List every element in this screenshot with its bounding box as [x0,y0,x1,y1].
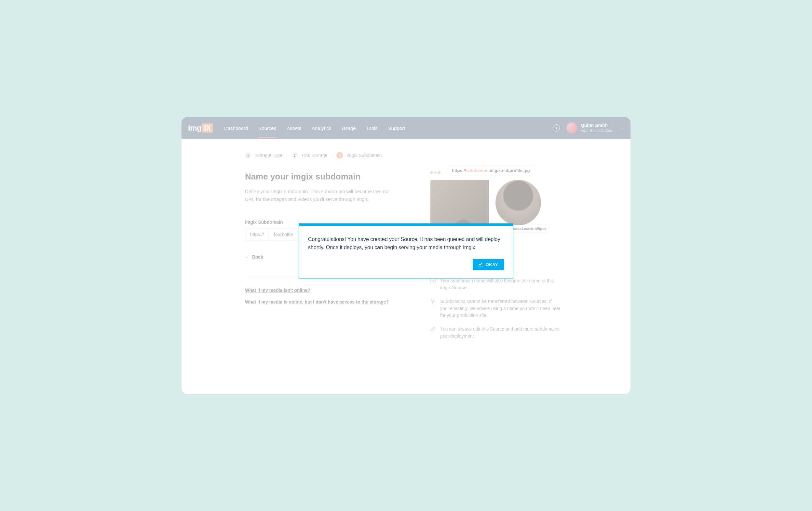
url-suffix: .imgix.net/profile.jpg [489,168,530,173]
nav-dashboard[interactable]: Dashboard [224,126,248,131]
input-prefix: https:// [245,228,269,241]
success-modal: Congratulations! You have created your S… [299,223,513,278]
back-label: Back [252,254,263,260]
logo-text-img: img [188,124,201,133]
nav-right: Quinn Smith Four Bottle Coffee... ⌄ [553,123,624,134]
step-1-label[interactable]: Storage Type [255,153,282,158]
page-desc: Define your imgix subdomain. This subdom… [245,188,398,203]
step-2-num: 2 [291,152,298,159]
breadcrumb: 1 Storage Type › 2 Link Storage › 3 imgi… [245,152,408,159]
avatar [567,123,577,134]
page-title: Name your imgix subdomain [245,172,408,182]
faq-link-2[interactable]: What if my media is online, but I don't … [245,299,408,304]
url-pill: https://subdomain.imgix.net/profile.jpg [446,165,535,176]
tip-1: IX Your subdomain name will also become … [430,277,560,292]
chevron-right-icon: › [331,153,332,157]
nav-support[interactable]: Support [388,126,405,131]
image-cropped-wrap: fit=facearea&mask=ellipse [495,180,541,225]
step-3-num: 3 [337,152,343,159]
app-frame: img IX Dashboard Sources Assets Analytic… [181,117,631,394]
chevron-down-icon: ⌄ [621,126,624,130]
window-dots [430,171,440,173]
tip-2: Subdomains cannot be transferred between… [430,298,560,319]
top-nav: img IX Dashboard Sources Assets Analytic… [181,117,631,139]
check-icon [478,263,483,266]
user-name: Quinn Smith [581,123,615,128]
step-1-num: 1 [245,152,252,159]
faq-link-1[interactable]: What if my media isn't online? [245,288,408,293]
okay-button[interactable]: OKAY [473,259,504,270]
svg-text:IX: IX [432,279,435,283]
bolt-icon[interactable] [553,125,560,132]
pencil-icon [430,326,436,331]
nav-sources[interactable]: Sources [258,126,276,131]
user-menu[interactable]: Quinn Smith Four Bottle Coffee... ⌄ [567,123,624,134]
chevron-right-icon: › [286,153,288,157]
back-button[interactable]: ← Back [245,254,263,260]
tip-1-text: Your subdomain name will also become the… [440,277,560,292]
logo-badge-ix: IX [202,124,213,133]
step-3-label: imgix Subdomain [347,153,382,158]
modal-message: Congratulations! You have created your S… [299,226,513,259]
modal-footer: OKAY [299,259,513,278]
nav-tools[interactable]: Tools [366,126,378,131]
tip-2-text: Subdomains cannot be transferred between… [440,298,560,319]
step-2-label[interactable]: Link Storage [302,153,327,158]
nav-usage[interactable]: Usage [342,126,355,131]
tip-3-text: You can always edit this Source and add … [440,326,560,340]
nav-assets[interactable]: Assets [287,126,301,131]
user-text: Quinn Smith Four Bottle Coffee... [581,123,615,133]
url-prefix: https:// [452,168,466,173]
arrow-left-icon: ← [245,254,250,260]
logo[interactable]: img IX [188,124,213,133]
url-subdomain: subdomain [466,168,488,173]
okay-label: OKAY [486,262,498,267]
image-cropped [495,180,541,225]
cursor-icon [430,299,436,304]
tip-3: You can always edit this Source and add … [430,326,560,340]
nav-analytics[interactable]: Analytics [312,126,331,131]
nav-links: Dashboard Sources Assets Analytics Usage… [224,126,405,131]
user-org: Four Bottle Coffee... [581,128,615,133]
badge-ix-icon: IX [430,278,436,284]
